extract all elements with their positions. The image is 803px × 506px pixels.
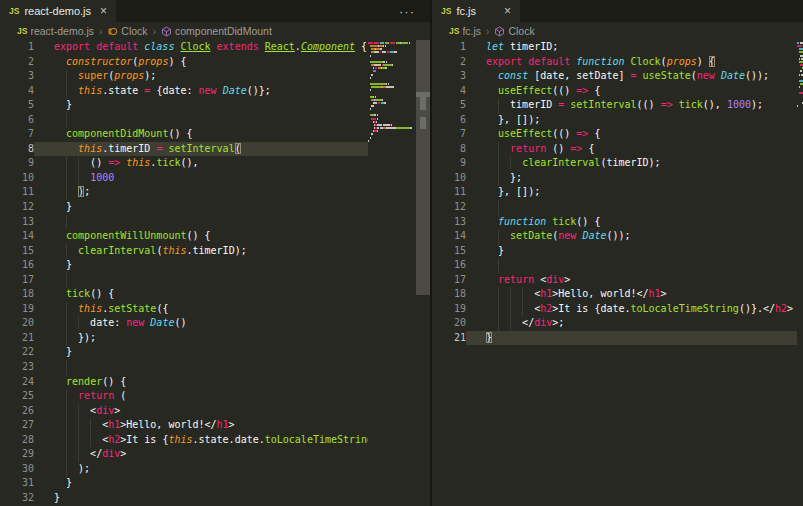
code-token: } xyxy=(54,201,72,212)
minimap-line-mark xyxy=(373,102,377,104)
code-token: useEffect xyxy=(498,128,552,139)
line-number: 9 xyxy=(0,156,34,171)
indent-guide xyxy=(66,331,67,346)
code-line[interactable]: 14 setDate(new Date()); xyxy=(432,229,797,244)
indent-guide xyxy=(66,404,67,419)
code-line[interactable]: 20 </div>; xyxy=(432,316,797,331)
line-number: 13 xyxy=(0,215,34,230)
code-line[interactable]: 29 </div> xyxy=(0,447,368,462)
code-line[interactable]: 11 ); xyxy=(0,185,368,200)
scrollbar-slider[interactable] xyxy=(416,40,430,295)
tab-close-icon[interactable]: × xyxy=(504,5,511,17)
code-line[interactable]: 2 constructor(props) { xyxy=(0,55,368,70)
code-line[interactable]: 4 this.state = {date: new Date()}; xyxy=(0,84,368,99)
code-line[interactable]: 6 }, []); xyxy=(432,113,797,128)
code-line[interactable]: 7 useEffect(() => { xyxy=(432,127,797,142)
code-line[interactable]: 19 this.setState({ xyxy=(0,302,368,317)
code-line[interactable]: 10 }; xyxy=(432,171,797,186)
code-line[interactable]: 14 componentWillUnmount() { xyxy=(0,229,368,244)
code-line[interactable]: 15 } xyxy=(432,244,797,259)
code-line[interactable]: 23 xyxy=(0,360,368,375)
code-line[interactable]: 9 () => this.tick(), xyxy=(0,156,368,171)
code-line[interactable]: 18 tick() { xyxy=(0,287,368,302)
breadcrumb-item-react-demo-js[interactable]: JSreact-demo.js xyxy=(17,25,94,37)
code-token: < xyxy=(486,303,540,314)
code-line[interactable]: 12 } xyxy=(0,200,368,215)
code-token: ; xyxy=(84,186,90,197)
code-token: } xyxy=(486,245,504,256)
code-line[interactable]: 13 xyxy=(0,215,368,230)
minimap-line-mark xyxy=(385,67,387,69)
indent-guide xyxy=(498,171,499,186)
line-content: } xyxy=(34,200,368,215)
code-line[interactable]: 21} xyxy=(432,331,797,346)
code-line[interactable]: 7 componentDidMount() { xyxy=(0,127,368,142)
code-line[interactable]: 30 ); xyxy=(0,462,368,477)
code-token: }, []); xyxy=(486,114,540,125)
code-token: 1000 xyxy=(727,99,751,110)
code-line[interactable]: 9 clearInterval(timerID); xyxy=(432,156,797,171)
code-line[interactable]: 3 super(props); xyxy=(0,69,368,84)
code-line[interactable]: 4 useEffect(() => { xyxy=(432,84,797,99)
code-line[interactable]: 1export default class Clock extends Reac… xyxy=(0,40,368,55)
symbol-method-icon xyxy=(494,26,505,37)
tab-close-icon[interactable]: × xyxy=(100,5,107,17)
code-line[interactable]: 16 } xyxy=(0,258,368,273)
code-line[interactable]: 18 <h1>Hello, world!</h1> xyxy=(432,287,797,302)
code-line[interactable]: 6 xyxy=(0,113,368,128)
editor-group-left: JS react-demo.js × ··· JSreact-demo.js›C… xyxy=(0,0,430,506)
code-line[interactable]: 25 return ( xyxy=(0,389,368,404)
code-editor[interactable]: 1export default class Clock extends Reac… xyxy=(0,40,368,506)
code-token: let xyxy=(486,41,504,52)
indent-guide xyxy=(78,404,79,419)
line-number: 21 xyxy=(432,331,466,346)
code-token: timerID; xyxy=(504,41,558,52)
code-line[interactable]: 31 } xyxy=(0,476,368,491)
editor-actions-more-icon[interactable]: ··· xyxy=(399,5,430,18)
code-line[interactable]: 5 } xyxy=(0,98,368,113)
tab-fc-js[interactable]: JS fc.js × xyxy=(432,0,521,22)
line-content: </div>; xyxy=(466,316,797,331)
code-token xyxy=(54,288,66,299)
code-token: () { xyxy=(102,376,126,387)
code-line[interactable]: 24 render() { xyxy=(0,375,368,390)
code-token: export default xyxy=(54,41,144,52)
tab-react-demo-js[interactable]: JS react-demo.js × xyxy=(0,0,117,22)
code-line[interactable]: 16 xyxy=(432,258,797,273)
breadcrumb-item-clock[interactable]: Clock xyxy=(494,25,534,37)
code-line[interactable]: 8 this.timerID = setInterval( xyxy=(0,142,368,157)
code-token: setInterval xyxy=(570,99,636,110)
code-line[interactable]: 3 const [date, setDate] = useState(new D… xyxy=(432,69,797,84)
code-line[interactable]: 11 }, []); xyxy=(432,185,797,200)
code-line[interactable]: 22 } xyxy=(0,345,368,360)
minimap-line-mark xyxy=(396,127,410,129)
code-editor[interactable]: 1let timerID;2export default function Cl… xyxy=(432,40,797,506)
minimap[interactable] xyxy=(368,40,412,506)
code-line[interactable]: 15 clearInterval(this.timerID); xyxy=(0,244,368,259)
code-line[interactable]: 10 1000 xyxy=(0,171,368,186)
code-line[interactable]: 2export default function Clock(props) { xyxy=(432,55,797,70)
line-content: clearInterval(timerID); xyxy=(466,156,797,171)
line-number: 2 xyxy=(0,55,34,70)
minimap[interactable] xyxy=(797,40,803,506)
code-line[interactable]: 26 <div> xyxy=(0,404,368,419)
code-line[interactable]: 20 date: new Date() xyxy=(0,316,368,331)
code-line[interactable]: 8 return () => { xyxy=(432,142,797,157)
breadcrumb-item-clock[interactable]: Clock xyxy=(107,25,147,37)
breadcrumb-item-fc-js[interactable]: JSfc.js xyxy=(449,25,481,37)
code-line[interactable]: 5 timerID = setInterval(() => tick(), 10… xyxy=(432,98,797,113)
code-line[interactable]: 13 function tick() { xyxy=(432,215,797,230)
code-line[interactable]: 28 <h2>It is {this.state.date.toLocaleTi… xyxy=(0,433,368,448)
code-line[interactable]: 21 }); xyxy=(0,331,368,346)
line-content: return <div> xyxy=(466,273,797,288)
vertical-scrollbar[interactable] xyxy=(416,40,430,506)
breadcrumb-item-componentdidmount[interactable]: componentDidMount xyxy=(161,25,272,37)
code-line[interactable]: 1let timerID; xyxy=(432,40,797,55)
code-line[interactable]: 32} xyxy=(0,491,368,506)
code-line[interactable]: 12 xyxy=(432,200,797,215)
code-line[interactable]: 17 xyxy=(0,273,368,288)
code-token xyxy=(486,274,498,285)
code-line[interactable]: 27 <h1>Hello, world!</h1> xyxy=(0,418,368,433)
code-line[interactable]: 19 <h2>It is {date.toLocaleTimeString()}… xyxy=(432,302,797,317)
code-line[interactable]: 17 return <div> xyxy=(432,273,797,288)
